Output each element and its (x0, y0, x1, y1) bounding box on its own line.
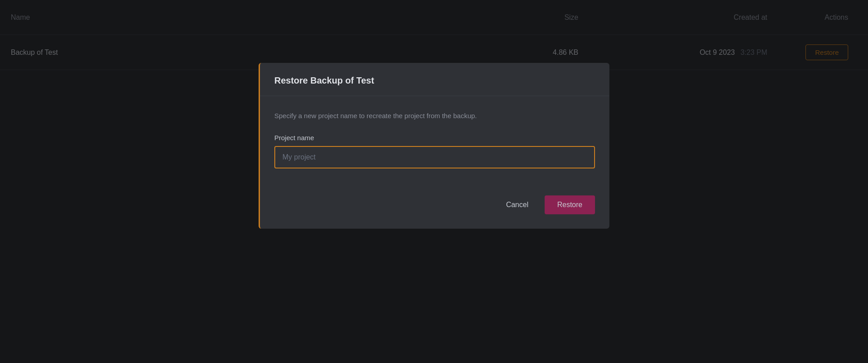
modal-body: Specify a new project name to recreate t… (260, 96, 609, 195)
restore-modal: Restore Backup of Test Specify a new pro… (259, 63, 609, 229)
modal-title: Restore Backup of Test (274, 75, 595, 86)
restore-modal-button[interactable]: Restore (545, 195, 595, 214)
project-name-label: Project name (274, 134, 595, 142)
modal-header: Restore Backup of Test (260, 63, 609, 96)
modal-description: Specify a new project name to recreate t… (274, 111, 595, 121)
cancel-button[interactable]: Cancel (499, 196, 536, 213)
project-name-input[interactable] (274, 146, 595, 168)
modal-footer: Cancel Restore (260, 195, 609, 229)
modal-overlay: Restore Backup of Test Specify a new pro… (0, 0, 868, 363)
